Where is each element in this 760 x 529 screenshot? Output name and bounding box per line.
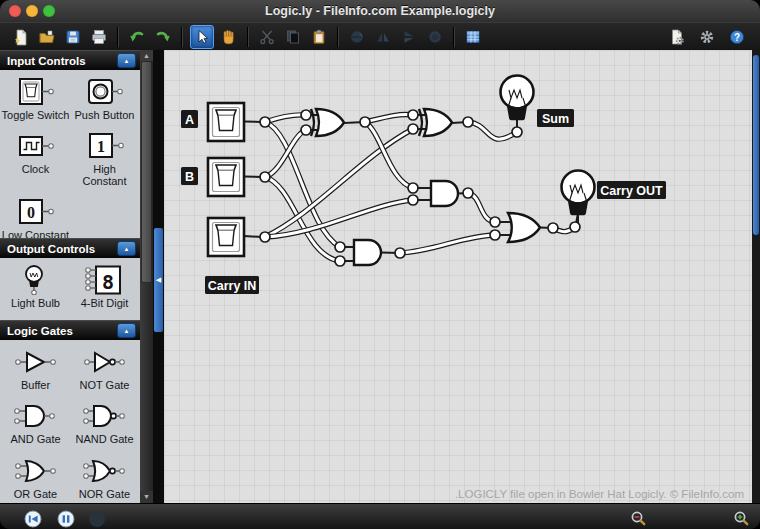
circuit-label[interactable]: Carry OUT bbox=[597, 181, 666, 199]
palette-item-toggle-switch[interactable]: Toggle Switch bbox=[2, 77, 70, 122]
palette-item-and-gate[interactable]: AND Gate bbox=[10, 401, 60, 446]
circuit-label[interactable]: A bbox=[181, 110, 198, 128]
connection-node[interactable] bbox=[408, 110, 418, 120]
xor-gate[interactable] bbox=[419, 109, 452, 136]
connection-node[interactable] bbox=[360, 117, 370, 127]
connection-node[interactable] bbox=[335, 242, 345, 252]
zoom-out-button[interactable] bbox=[630, 510, 648, 528]
connection-node[interactable] bbox=[260, 117, 270, 127]
toggle-switch[interactable] bbox=[208, 103, 244, 141]
wire[interactable] bbox=[265, 115, 306, 122]
scroll-down-arrow-icon[interactable]: ▼ bbox=[140, 491, 153, 503]
connection-node[interactable] bbox=[463, 188, 473, 198]
canvas-vertical-scrollbar[interactable] bbox=[752, 50, 760, 503]
reset-simulation-button[interactable] bbox=[24, 510, 42, 528]
connection-node[interactable] bbox=[395, 248, 405, 258]
undo-button[interactable] bbox=[126, 26, 148, 48]
palette-item-push-button[interactable]: Push Button bbox=[75, 77, 135, 122]
and-gate[interactable] bbox=[354, 240, 381, 265]
collapse-panel-handle[interactable]: ◀ bbox=[154, 228, 163, 332]
palette-item-buffer[interactable]: Buffer bbox=[12, 347, 60, 392]
cut-scissors-icon bbox=[258, 28, 276, 46]
scroll-up-arrow-icon[interactable]: ▲ bbox=[140, 50, 153, 61]
circuit-label[interactable]: Carry IN bbox=[205, 276, 259, 294]
connection-node[interactable] bbox=[548, 223, 558, 233]
flip-horizontal-button[interactable] bbox=[372, 26, 394, 48]
palette-item-label: Buffer bbox=[21, 379, 50, 392]
copy-button[interactable] bbox=[282, 26, 304, 48]
circuit-canvas[interactable]: ABCarry INSumCarry OUT .LOGICLY file ope… bbox=[164, 50, 752, 503]
open-file-button[interactable] bbox=[36, 26, 58, 48]
palette-item-label: Push Button bbox=[75, 109, 135, 122]
zoom-in-button[interactable] bbox=[733, 510, 751, 528]
light-bulb[interactable] bbox=[501, 76, 534, 131]
connection-node[interactable] bbox=[512, 127, 522, 137]
flip-vertical-button[interactable] bbox=[398, 26, 420, 48]
wire[interactable] bbox=[468, 193, 495, 222]
wire[interactable] bbox=[400, 235, 495, 253]
palette-item-light-bulb[interactable]: Light Bulb bbox=[11, 265, 60, 316]
document-properties-button[interactable] bbox=[666, 26, 688, 48]
pause-simulation-button[interactable] bbox=[57, 510, 75, 528]
pause-icon bbox=[57, 510, 75, 528]
connection-node[interactable] bbox=[260, 172, 270, 182]
sidebar-scrollbar[interactable]: ▲ ▼ bbox=[140, 50, 153, 503]
palette-item-label: 4-Bit Digit bbox=[81, 297, 129, 310]
connection-node[interactable] bbox=[301, 110, 311, 120]
connection-node[interactable] bbox=[335, 256, 345, 266]
new-file-button[interactable] bbox=[10, 26, 32, 48]
connection-node[interactable] bbox=[490, 230, 500, 240]
truth-table-button[interactable] bbox=[462, 26, 484, 48]
connection-node[interactable] bbox=[408, 195, 418, 205]
pan-tool-button[interactable] bbox=[218, 26, 240, 48]
redo-button[interactable] bbox=[152, 26, 174, 48]
xor-gate[interactable] bbox=[311, 109, 344, 136]
wire[interactable] bbox=[265, 200, 413, 237]
circuit-label[interactable]: B bbox=[181, 167, 198, 185]
connection-node[interactable] bbox=[570, 222, 580, 232]
palette-item-low-constant[interactable]: 0Low Constant bbox=[2, 197, 69, 238]
rotate-button[interactable] bbox=[346, 26, 368, 48]
wire[interactable] bbox=[468, 122, 517, 139]
rotate-circle-icon bbox=[348, 28, 366, 46]
circuit-label[interactable]: Sum bbox=[537, 109, 574, 127]
palette-item-nand-gate[interactable]: NAND Gate bbox=[75, 401, 133, 446]
palette-item-or-gate[interactable]: OR Gate bbox=[12, 456, 60, 501]
and-gate[interactable] bbox=[431, 181, 458, 206]
or-gate[interactable] bbox=[508, 213, 540, 242]
help-icon: ? bbox=[728, 28, 746, 46]
create-ic-button[interactable] bbox=[424, 26, 446, 48]
settings-button[interactable] bbox=[696, 26, 718, 48]
section-title: Input Controls bbox=[7, 55, 86, 67]
connection-node[interactable] bbox=[490, 217, 500, 227]
toolbar-separator bbox=[453, 27, 455, 47]
wire[interactable] bbox=[365, 115, 413, 122]
palette-item-clock[interactable]: Clock bbox=[12, 131, 60, 188]
palette-item-nor-gate[interactable]: NOR Gate bbox=[79, 456, 130, 501]
light-bulb[interactable] bbox=[562, 171, 595, 226]
palette-item-four-bit-digit[interactable]: 84-Bit Digit bbox=[81, 265, 129, 316]
palette-item-high-constant[interactable]: 1High Constant bbox=[71, 131, 139, 188]
select-tool-button[interactable] bbox=[190, 25, 214, 49]
collapse-section-button[interactable]: ▲ bbox=[117, 53, 136, 68]
collapse-section-button[interactable]: ▲ bbox=[117, 323, 136, 338]
wire[interactable] bbox=[265, 130, 306, 177]
save-button[interactable] bbox=[62, 26, 84, 48]
connection-node[interactable] bbox=[301, 125, 311, 135]
print-button[interactable] bbox=[88, 26, 110, 48]
collapse-section-button[interactable]: ▲ bbox=[117, 241, 136, 256]
toggle-switch[interactable] bbox=[208, 158, 244, 196]
canvas-scrollbar-thumb[interactable] bbox=[753, 55, 759, 235]
paste-button[interactable] bbox=[308, 26, 330, 48]
cut-button[interactable] bbox=[256, 26, 278, 48]
ic-circle-icon bbox=[426, 28, 444, 46]
sidebar-scrollbar-thumb[interactable] bbox=[141, 61, 152, 283]
palette-item-label: Light Bulb bbox=[11, 297, 60, 310]
connection-node[interactable] bbox=[463, 117, 473, 127]
connection-node[interactable] bbox=[260, 232, 270, 242]
toggle-switch[interactable] bbox=[208, 218, 244, 256]
connection-node[interactable] bbox=[408, 183, 418, 193]
palette-item-not-gate[interactable]: NOT Gate bbox=[80, 347, 130, 392]
help-button[interactable]: ? bbox=[726, 26, 748, 48]
connection-node[interactable] bbox=[408, 124, 418, 134]
